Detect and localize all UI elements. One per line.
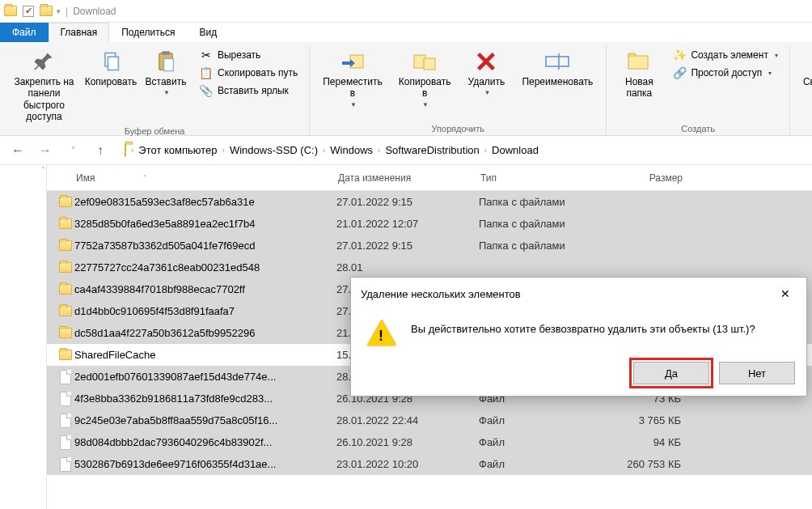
check-icon[interactable]: ✔ — [21, 4, 36, 19]
chevron-down-icon: ▼ — [163, 89, 170, 97]
new-item-button[interactable]: ✨ Создать элемент▾ — [670, 47, 781, 63]
file-name: SharedFileCache — [74, 349, 336, 361]
table-row[interactable]: 2ef09e08315a593ec3af8ec57ab6a31e27.01.20… — [47, 191, 812, 213]
cut-button[interactable]: ✂ Вырезать — [197, 47, 301, 63]
properties-button[interactable]: Свойства ▼ — [798, 47, 812, 99]
up-button[interactable]: ↑ — [91, 141, 110, 160]
group-new: Новая папка ✨ Создать элемент▾ 🔗 Простой… — [607, 45, 790, 135]
folder-icon — [39, 4, 53, 19]
file-name: 9c245e03e7aba5b8ff8aa559d75a8c05f16... — [74, 414, 336, 426]
chevron-right-icon: › — [222, 146, 225, 155]
copy-button[interactable]: Копировать — [87, 47, 135, 89]
easyaccess-icon: 🔗 — [673, 66, 686, 79]
moveto-button[interactable]: Переместить в▼ — [318, 47, 387, 110]
forward-button[interactable]: → — [36, 141, 55, 160]
file-date: 21.01.2022 12:07 — [336, 218, 479, 230]
table-row[interactable]: 7752a73587b3362d505a041fe7f69ecd27.01.20… — [47, 235, 812, 257]
file-type: Файл — [479, 458, 600, 470]
file-date: 26.10.2021 9:28 — [336, 436, 479, 448]
pin-quickaccess-button[interactable]: Закрепить на панели быстрого доступа — [8, 47, 80, 125]
folder-icon — [57, 262, 74, 273]
group-clipboard: Закрепить на панели быстрого доступа Коп… — [0, 45, 310, 135]
rename-icon — [544, 49, 570, 74]
table-row[interactable]: 22775727cc24a7361c8eab00231ed54828.01 — [47, 257, 812, 278]
yes-button[interactable]: Да — [633, 362, 709, 384]
col-name[interactable]: Имя — [76, 172, 95, 184]
col-date[interactable]: Дата изменения — [338, 172, 480, 184]
shortcut-icon: 📎 — [200, 84, 213, 97]
ribbon: Закрепить на панели быстрого доступа Коп… — [0, 42, 812, 136]
file-name: 3285d85b0fa6ed3e5a8891ea2ec1f7b4 — [74, 218, 336, 230]
scroll-up-icon[interactable]: ˆ — [42, 167, 44, 176]
group-label-organize: Упорядочить — [318, 122, 598, 134]
recent-dropdown[interactable]: ˅ — [63, 141, 82, 160]
warning-icon — [367, 320, 396, 349]
back-button[interactable]: ← — [8, 141, 27, 160]
file-date: 28.01 — [336, 261, 479, 274]
delete-confirm-dialog: Удаление нескольких элементов ✕ Вы дейст… — [350, 277, 807, 397]
file-icon — [57, 457, 74, 472]
sort-indicator-icon: ˆ — [143, 174, 146, 182]
tab-view[interactable]: Вид — [187, 23, 229, 42]
table-row[interactable]: 3285d85b0fa6ed3e5a8891ea2ec1f7b421.01.20… — [47, 213, 812, 235]
copyto-button[interactable]: Копировать в▼ — [394, 47, 456, 110]
file-type: Папка с файлами — [479, 196, 600, 208]
table-row[interactable]: 9c245e03e7aba5b8ff8aa559d75a8c05f16...28… — [47, 409, 812, 431]
crumb[interactable]: Download — [492, 144, 539, 156]
crumb[interactable]: Windows-SSD (C:) — [230, 144, 318, 156]
file-name: 4f3e8bba3362b9186811a73fd8fe9cd283... — [74, 392, 336, 405]
tab-home[interactable]: Главная — [49, 23, 110, 42]
svg-rect-3 — [162, 51, 169, 55]
tab-file[interactable]: Файл — [0, 23, 49, 42]
tab-share[interactable]: Поделиться — [109, 23, 187, 42]
breadcrumb[interactable]: › Этот компьютер › Windows-SSD (C:) › Wi… — [118, 141, 804, 159]
copyto-icon — [412, 49, 438, 74]
qat-dropdown-icon[interactable]: ▾ — [57, 7, 61, 15]
file-size: 94 КБ — [600, 436, 697, 448]
new-folder-button[interactable]: Новая папка — [615, 47, 663, 101]
copy-label: Копировать — [85, 76, 137, 87]
group-organize: Переместить в▼ Копировать в▼ Удалить ▼ — [310, 45, 607, 135]
column-headers[interactable]: Имяˆ Дата изменения Тип Размер — [47, 165, 812, 191]
no-button[interactable]: Нет — [719, 362, 795, 384]
file-date: 23.01.2022 10:20 — [336, 458, 479, 470]
close-button[interactable]: ✕ — [774, 286, 797, 302]
file-size: 3 765 КБ — [600, 414, 697, 426]
delete-button[interactable]: Удалить ▼ — [462, 47, 510, 99]
file-type: Файл — [479, 414, 600, 426]
col-size[interactable]: Размер — [602, 172, 699, 184]
table-row[interactable]: 5302867b6913de6ee9716f06355f4d31ae...23.… — [47, 453, 812, 475]
copypath-icon: 📋 — [200, 66, 213, 79]
group-label-clipboard: Буфер обмена — [8, 125, 301, 136]
paste-shortcut-button[interactable]: 📎 Вставить ярлык — [197, 83, 301, 99]
svg-rect-4 — [164, 59, 174, 71]
file-name: 2ed001efb07601339087aef15d43de774e... — [74, 371, 336, 383]
file-name: 2ef09e08315a593ec3af8ec57ab6a31e — [74, 196, 336, 208]
titlebar: ✔ ▾ | Download — [0, 0, 812, 23]
crumb[interactable]: Этот компьютер — [138, 144, 217, 156]
crumb[interactable]: SoftwareDistribution — [385, 144, 479, 156]
file-type: Папка с файлами — [479, 240, 600, 252]
chevron-right-icon: › — [131, 146, 133, 155]
folder-icon — [57, 284, 74, 295]
scissors-icon: ✂ — [200, 49, 213, 62]
folder-icon — [57, 218, 74, 229]
crumb[interactable]: Windows — [330, 144, 373, 156]
table-row[interactable]: 98d084dbbb2dac7936040296c4b83902f...26.1… — [47, 431, 812, 453]
sidebar[interactable]: ˆ — [0, 165, 47, 509]
paste-icon — [153, 49, 179, 74]
newitem-icon: ✨ — [673, 49, 686, 62]
col-type[interactable]: Тип — [480, 172, 602, 184]
easy-access-button[interactable]: 🔗 Простой доступ▾ — [670, 65, 781, 81]
navbar: ← → ˅ ↑ › Этот компьютер › Windows-SSD (… — [0, 136, 812, 165]
svg-rect-10 — [628, 56, 648, 69]
copy-path-button[interactable]: 📋 Скопировать путь — [197, 65, 301, 81]
paste-button[interactable]: Вставить ▼ — [142, 47, 190, 99]
moveto-icon — [340, 49, 366, 74]
copy-icon — [98, 49, 124, 74]
rename-button[interactable]: Переименовать — [517, 47, 598, 89]
chevron-right-icon: › — [484, 146, 487, 155]
file-size: 260 753 КБ — [600, 458, 697, 470]
file-icon — [57, 435, 74, 450]
pin-icon — [31, 49, 57, 74]
